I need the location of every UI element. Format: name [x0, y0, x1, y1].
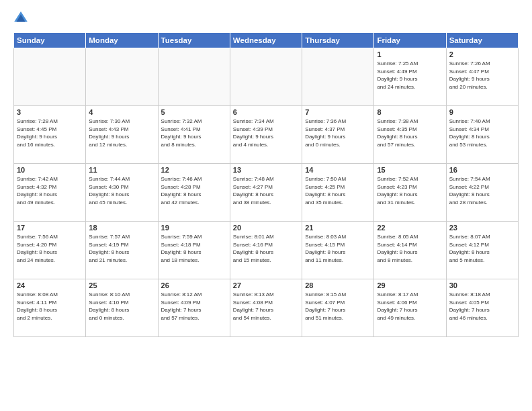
logo — [13, 11, 31, 26]
day-cell-3: 3Sunrise: 7:28 AM Sunset: 4:45 PM Daylig… — [14, 106, 86, 164]
day-info: Sunrise: 8:10 AM Sunset: 4:10 PM Dayligh… — [89, 291, 154, 322]
day-cell-20: 20Sunrise: 8:01 AM Sunset: 4:16 PM Dayli… — [230, 222, 302, 279]
day-cell-12: 12Sunrise: 7:46 AM Sunset: 4:28 PM Dayli… — [158, 164, 230, 222]
day-cell-6: 6Sunrise: 7:34 AM Sunset: 4:39 PM Daylig… — [230, 106, 302, 164]
day-cell-17: 17Sunrise: 7:56 AM Sunset: 4:20 PM Dayli… — [14, 222, 86, 279]
day-number: 27 — [233, 281, 299, 289]
empty-cell — [158, 48, 230, 106]
week-row-1: 1Sunrise: 7:25 AM Sunset: 4:49 PM Daylig… — [14, 48, 519, 106]
day-info: Sunrise: 8:13 AM Sunset: 4:08 PM Dayligh… — [233, 291, 299, 322]
day-cell-29: 29Sunrise: 8:17 AM Sunset: 4:06 PM Dayli… — [374, 279, 446, 337]
day-info: Sunrise: 7:44 AM Sunset: 4:30 PM Dayligh… — [89, 175, 154, 206]
day-number: 22 — [377, 224, 443, 232]
day-number: 20 — [233, 224, 299, 232]
day-number: 18 — [89, 224, 154, 232]
day-number: 16 — [449, 166, 515, 174]
day-cell-13: 13Sunrise: 7:48 AM Sunset: 4:27 PM Dayli… — [230, 164, 302, 222]
day-number: 2 — [449, 50, 515, 58]
day-cell-26: 26Sunrise: 8:12 AM Sunset: 4:09 PM Dayli… — [158, 279, 230, 337]
day-cell-27: 27Sunrise: 8:13 AM Sunset: 4:08 PM Dayli… — [230, 279, 302, 337]
week-row-5: 24Sunrise: 8:08 AM Sunset: 4:11 PM Dayli… — [14, 279, 519, 337]
day-info: Sunrise: 7:42 AM Sunset: 4:32 PM Dayligh… — [17, 175, 83, 206]
day-number: 5 — [161, 108, 227, 116]
day-info: Sunrise: 7:30 AM Sunset: 4:43 PM Dayligh… — [89, 118, 154, 148]
day-cell-19: 19Sunrise: 7:59 AM Sunset: 4:18 PM Dayli… — [158, 222, 230, 279]
day-info: Sunrise: 7:36 AM Sunset: 4:37 PM Dayligh… — [305, 118, 371, 148]
day-info: Sunrise: 8:15 AM Sunset: 4:07 PM Dayligh… — [305, 291, 371, 322]
day-info: Sunrise: 7:50 AM Sunset: 4:25 PM Dayligh… — [305, 175, 371, 206]
day-number: 13 — [233, 166, 299, 174]
day-number: 4 — [89, 108, 154, 116]
weekday-header-friday: Friday — [374, 33, 446, 48]
day-info: Sunrise: 7:28 AM Sunset: 4:45 PM Dayligh… — [17, 118, 83, 148]
weekday-header-thursday: Thursday — [302, 33, 374, 48]
empty-cell — [86, 48, 158, 106]
day-info: Sunrise: 7:32 AM Sunset: 4:41 PM Dayligh… — [161, 118, 227, 148]
weekday-header-wednesday: Wednesday — [230, 33, 302, 48]
day-cell-9: 9Sunrise: 7:40 AM Sunset: 4:34 PM Daylig… — [446, 106, 518, 164]
day-number: 12 — [161, 166, 227, 174]
day-cell-5: 5Sunrise: 7:32 AM Sunset: 4:41 PM Daylig… — [158, 106, 230, 164]
day-cell-4: 4Sunrise: 7:30 AM Sunset: 4:43 PM Daylig… — [86, 106, 158, 164]
day-number: 24 — [17, 281, 83, 289]
day-info: Sunrise: 7:46 AM Sunset: 4:28 PM Dayligh… — [161, 175, 227, 206]
day-cell-30: 30Sunrise: 8:18 AM Sunset: 4:05 PM Dayli… — [446, 279, 518, 337]
day-info: Sunrise: 7:25 AM Sunset: 4:49 PM Dayligh… — [377, 60, 443, 91]
week-row-4: 17Sunrise: 7:56 AM Sunset: 4:20 PM Dayli… — [14, 222, 519, 279]
day-cell-1: 1Sunrise: 7:25 AM Sunset: 4:49 PM Daylig… — [374, 48, 446, 106]
day-info: Sunrise: 8:08 AM Sunset: 4:11 PM Dayligh… — [17, 291, 83, 322]
weekday-header-monday: Monday — [86, 33, 158, 48]
day-info: Sunrise: 8:12 AM Sunset: 4:09 PM Dayligh… — [161, 291, 227, 322]
day-info: Sunrise: 8:18 AM Sunset: 4:05 PM Dayligh… — [449, 291, 515, 322]
day-number: 6 — [233, 108, 299, 116]
day-number: 26 — [161, 281, 227, 289]
day-number: 30 — [449, 281, 515, 289]
weekday-header-tuesday: Tuesday — [158, 33, 230, 48]
day-number: 14 — [305, 166, 371, 174]
week-row-2: 3Sunrise: 7:28 AM Sunset: 4:45 PM Daylig… — [14, 106, 519, 164]
day-info: Sunrise: 7:34 AM Sunset: 4:39 PM Dayligh… — [233, 118, 299, 148]
day-cell-11: 11Sunrise: 7:44 AM Sunset: 4:30 PM Dayli… — [86, 164, 158, 222]
day-number: 28 — [305, 281, 371, 289]
day-info: Sunrise: 7:57 AM Sunset: 4:19 PM Dayligh… — [89, 233, 154, 264]
day-number: 3 — [17, 108, 83, 116]
day-cell-14: 14Sunrise: 7:50 AM Sunset: 4:25 PM Dayli… — [302, 164, 374, 222]
day-cell-8: 8Sunrise: 7:38 AM Sunset: 4:35 PM Daylig… — [374, 106, 446, 164]
day-info: Sunrise: 8:07 AM Sunset: 4:12 PM Dayligh… — [449, 233, 515, 264]
day-cell-28: 28Sunrise: 8:15 AM Sunset: 4:07 PM Dayli… — [302, 279, 374, 337]
day-cell-23: 23Sunrise: 8:07 AM Sunset: 4:12 PM Dayli… — [446, 222, 518, 279]
day-info: Sunrise: 7:54 AM Sunset: 4:22 PM Dayligh… — [449, 175, 515, 206]
day-cell-2: 2Sunrise: 7:26 AM Sunset: 4:47 PM Daylig… — [446, 48, 518, 106]
day-cell-10: 10Sunrise: 7:42 AM Sunset: 4:32 PM Dayli… — [14, 164, 86, 222]
day-number: 1 — [377, 50, 443, 58]
day-info: Sunrise: 8:01 AM Sunset: 4:16 PM Dayligh… — [233, 233, 299, 264]
day-info: Sunrise: 8:05 AM Sunset: 4:14 PM Dayligh… — [377, 233, 443, 264]
day-cell-15: 15Sunrise: 7:52 AM Sunset: 4:23 PM Dayli… — [374, 164, 446, 222]
page: SundayMondayTuesdayWednesdayThursdayFrid… — [0, 0, 532, 411]
day-number: 29 — [377, 281, 443, 289]
calendar: SundayMondayTuesdayWednesdayThursdayFrid… — [13, 32, 519, 337]
day-info: Sunrise: 7:48 AM Sunset: 4:27 PM Dayligh… — [233, 175, 299, 206]
day-cell-22: 22Sunrise: 8:05 AM Sunset: 4:14 PM Dayli… — [374, 222, 446, 279]
day-number: 25 — [89, 281, 154, 289]
empty-cell — [302, 48, 374, 106]
empty-cell — [230, 48, 302, 106]
day-number: 15 — [377, 166, 443, 174]
day-info: Sunrise: 7:56 AM Sunset: 4:20 PM Dayligh… — [17, 233, 83, 264]
day-cell-7: 7Sunrise: 7:36 AM Sunset: 4:37 PM Daylig… — [302, 106, 374, 164]
day-number: 9 — [449, 108, 515, 116]
day-info: Sunrise: 7:40 AM Sunset: 4:34 PM Dayligh… — [449, 118, 515, 148]
weekday-header-sunday: Sunday — [14, 33, 86, 48]
day-info: Sunrise: 7:52 AM Sunset: 4:23 PM Dayligh… — [377, 175, 443, 206]
header — [13, 11, 519, 26]
empty-cell — [14, 48, 86, 106]
logo-icon — [13, 11, 28, 26]
weekday-header-row: SundayMondayTuesdayWednesdayThursdayFrid… — [14, 33, 519, 48]
day-number: 19 — [161, 224, 227, 232]
day-cell-24: 24Sunrise: 8:08 AM Sunset: 4:11 PM Dayli… — [14, 279, 86, 337]
day-info: Sunrise: 8:03 AM Sunset: 4:15 PM Dayligh… — [305, 233, 371, 264]
day-info: Sunrise: 7:59 AM Sunset: 4:18 PM Dayligh… — [161, 233, 227, 264]
day-cell-25: 25Sunrise: 8:10 AM Sunset: 4:10 PM Dayli… — [86, 279, 158, 337]
day-number: 21 — [305, 224, 371, 232]
day-cell-16: 16Sunrise: 7:54 AM Sunset: 4:22 PM Dayli… — [446, 164, 518, 222]
